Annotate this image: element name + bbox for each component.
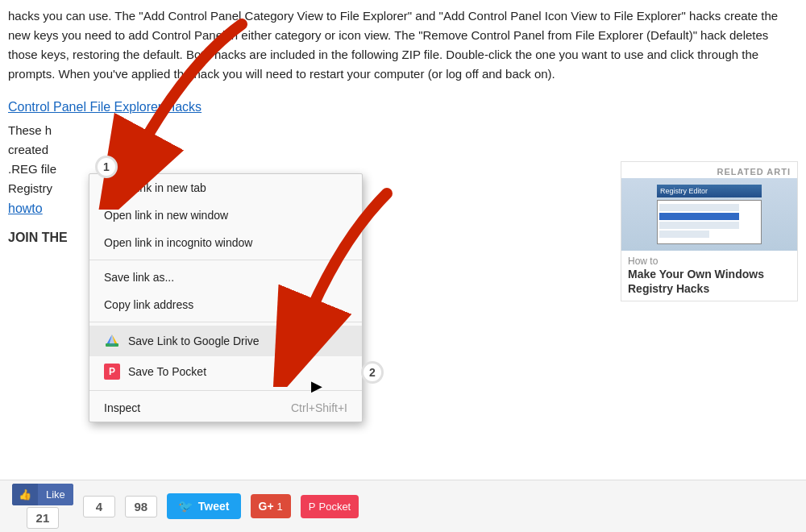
context-inspect[interactable]: Inspect Ctrl+Shift+I bbox=[89, 394, 362, 422]
context-save-pocket-label: Save To Pocket bbox=[128, 365, 206, 378]
related-article-image: Registry Editor bbox=[621, 178, 797, 251]
gplus-label: 1 bbox=[277, 501, 283, 513]
count-98: 98 bbox=[125, 496, 157, 517]
context-inspect-shortcut: Ctrl+Shift+I bbox=[291, 401, 347, 414]
reg-row-selected bbox=[659, 213, 739, 220]
bottom-bar: 👍 Like 21 4 98 🐦 Tweet G+ 1 P Pocket bbox=[0, 480, 806, 532]
gplus-icon: G+ bbox=[259, 500, 274, 513]
reg-body bbox=[657, 200, 762, 244]
pocket-icon-btn: P bbox=[309, 501, 316, 513]
link-line: Control Panel File Explorer Hacks bbox=[8, 100, 798, 114]
context-open-new-tab[interactable]: Open link in new tab bbox=[89, 174, 362, 202]
article-top-text: hacks you can use. The "Add Control Pane… bbox=[8, 0, 798, 92]
context-save-gdrive[interactable]: Save Link to Google Drive bbox=[89, 326, 362, 356]
fb-like-button[interactable]: 👍 Like bbox=[12, 484, 73, 505]
related-article-title: Make Your Own Windows Registry Hacks bbox=[628, 268, 764, 295]
reg-row-2 bbox=[659, 222, 739, 229]
annotation-badge-1: 1 bbox=[95, 156, 118, 178]
fb-icon: 👍 bbox=[12, 484, 38, 505]
pocket-label: Pocket bbox=[318, 501, 351, 513]
control-panel-link[interactable]: Control Panel File Explorer Hacks bbox=[8, 100, 202, 114]
reg-row-1 bbox=[659, 204, 739, 211]
gplus-button[interactable]: G+ 1 bbox=[251, 494, 291, 518]
fb-like-label: Like bbox=[38, 484, 73, 505]
pocket-button[interactable]: P Pocket bbox=[301, 495, 359, 518]
count-block-98: 98 bbox=[125, 496, 157, 517]
reg-row-3 bbox=[659, 231, 709, 238]
related-article-label: RELATED ARTI bbox=[621, 162, 797, 178]
howto-link[interactable]: howto bbox=[8, 202, 43, 215]
count-4: 4 bbox=[83, 496, 115, 517]
reg-titlebar: Registry Editor bbox=[657, 185, 762, 197]
below-text-registry: Registry bbox=[8, 181, 52, 195]
fb-like-count: 21 bbox=[27, 507, 59, 529]
twitter-bird-icon: 🐦 bbox=[178, 499, 193, 513]
mouse-cursor: ▶ bbox=[311, 377, 322, 395]
annotation-badge-2: 2 bbox=[361, 361, 384, 384]
related-text-block: How to Make Your Own Windows Registry Ha… bbox=[621, 251, 797, 301]
reg-titlebar-text: Registry Editor bbox=[660, 187, 708, 195]
below-text-1: These h bbox=[8, 123, 52, 137]
context-open-new-window[interactable]: Open link in new window bbox=[89, 202, 362, 229]
context-save-link-as[interactable]: Save link as... bbox=[89, 264, 362, 291]
below-text-reg: .REG file bbox=[8, 162, 56, 176]
pocket-icon: P bbox=[104, 364, 120, 380]
context-divider-2 bbox=[89, 322, 362, 322]
context-inspect-label: Inspect bbox=[104, 401, 140, 414]
count-block-4: 4 bbox=[83, 496, 115, 517]
tweet-button[interactable]: 🐦 Tweet bbox=[167, 493, 241, 519]
context-divider-1 bbox=[89, 260, 362, 260]
related-article-panel: RELATED ARTI Registry Editor How to Make… bbox=[621, 161, 798, 301]
tweet-label: Tweet bbox=[198, 500, 230, 513]
gdrive-icon bbox=[104, 333, 120, 349]
related-how-to-label: How to bbox=[628, 256, 791, 267]
context-copy-link[interactable]: Copy link address bbox=[89, 291, 362, 318]
context-open-incognito[interactable]: Open link in incognito window bbox=[89, 229, 362, 256]
below-text-created: created bbox=[8, 143, 48, 156]
context-save-gdrive-label: Save Link to Google Drive bbox=[128, 335, 260, 347]
registry-editor-mock: Registry Editor bbox=[621, 178, 797, 251]
